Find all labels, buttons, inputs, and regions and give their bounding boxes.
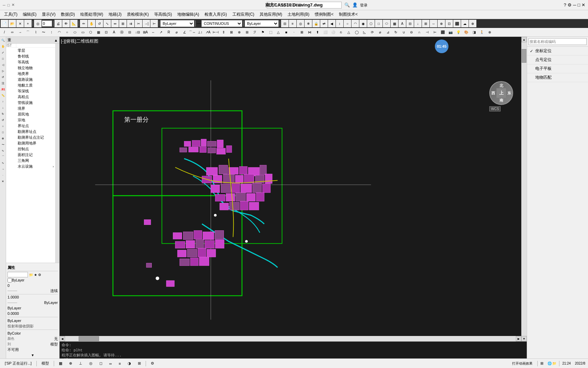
draw-union[interactable]: ∪ [400,29,407,36]
vi-dot[interactable]: · [0,172,6,178]
hscroll-left-btn[interactable]: ◀ [60,336,65,341]
draw-loft[interactable]: ⊿ [384,29,392,36]
draw-walk[interactable]: 🚶 [478,29,486,36]
draw-3dmesh[interactable]: ⋈ [306,29,313,36]
status-otrack[interactable]: ∞ [107,362,114,366]
vi-snap[interactable]: ⊕ [0,136,6,141]
tb-scale[interactable]: ⤡ [103,20,111,27]
draw-solid[interactable]: ■ [282,29,290,36]
tb-move[interactable]: ✋ [88,20,95,27]
menu-edit[interactable]: 编辑(E) [20,11,39,18]
draw-block[interactable]: ⊟ [126,29,133,36]
menu-engineering[interactable]: 工程应用(C) [230,11,257,18]
lineweight-select[interactable]: ByLayer [245,20,279,27]
draw-materials[interactable]: ◨ [470,29,478,36]
draw-subtract[interactable]: ⊖ [408,29,415,36]
draw-cylinder[interactable]: ⎋ [337,29,345,36]
layer-item[interactable]: 勘测界址点 [6,129,55,135]
vi-zoom[interactable]: 🔍 [0,37,6,43]
vi-curve[interactable]: 〜 [0,142,6,147]
taskbar-time[interactable]: 21:24 [562,362,571,365]
rp-item-3[interactable]: ✓ 电子平板 [527,64,588,73]
tb-layer-lock[interactable]: 🔒 [312,20,320,27]
draw-camera[interactable]: 📷 [447,29,454,36]
tb-preview[interactable]: 👁 [62,20,70,27]
vi-pan[interactable]: ✋ [0,44,6,49]
draw-light[interactable]: 💡 [455,29,462,36]
new-btn[interactable]: 📄 [1,20,8,27]
menu-other[interactable]: 其他应用(M) [257,11,285,18]
draw-intersect[interactable]: ∩ [415,29,423,36]
scroll-thumb[interactable] [522,49,526,63]
titlebar-minimize-icon[interactable]: ─ [573,2,576,7]
layer-scroll-up[interactable]: ▲ [54,38,58,42]
draw-sphere[interactable]: ⚪ [329,29,337,36]
draw-ellipse[interactable]: ⬭ [71,29,79,36]
minimize-btn[interactable]: ─ [3,3,5,7]
draw-region[interactable]: ⊡ [102,29,110,36]
draw-revolve[interactable]: ↻ [392,29,399,36]
tb-ellipse[interactable]: ⬭ [383,20,390,27]
rp-item-1[interactable]: ✓ 坐标定位 [527,47,588,56]
vi-curve3[interactable]: ⌒ [0,154,6,159]
draw-sweeep[interactable]: ⌀ [376,29,384,36]
login-btn[interactable]: 登录 [360,3,368,7]
prop-btn3[interactable]: ⚙ [38,273,42,277]
right-search-input[interactable] [528,38,587,45]
close-btn[interactable]: ✕ [12,3,15,7]
restore-btn[interactable]: □ [7,3,10,7]
tb-layer-mgr[interactable]: ⊟ [281,20,289,27]
draw-pline[interactable]: ⌒ [24,29,32,36]
tb-break[interactable]: ⊢ [150,20,158,27]
draw-dim-space[interactable]: ⇕ [220,29,227,36]
props-scroll-down[interactable]: ▼ [31,353,34,357]
layer-item[interactable]: 鲁邻线 [6,53,55,59]
taskbar-ie[interactable]: 🌐 [548,362,552,365]
tb-block[interactable]: ⊟ [406,20,414,27]
draw-spline[interactable]: 〜 [40,29,47,36]
draw-boundary[interactable]: ⬚ [267,29,274,36]
layer-item[interactable]: 勘测用地界 [6,140,55,146]
tb-snap[interactable]: ⊕ [438,20,445,27]
tb-array[interactable]: ⊞ [119,20,127,27]
menu-quality[interactable]: 质检模块(K) [124,11,151,18]
vi-regen[interactable]: ↺ [0,74,6,80]
scroll-down-btn[interactable]: ▼ [521,336,527,341]
draw-3dface[interactable]: △ [275,29,282,36]
draw-field[interactable]: ℱ [251,29,259,36]
layer-item[interactable]: 等深线 [6,88,55,94]
draw-extrude[interactable]: ⬆ [314,29,321,36]
status-ortho[interactable]: ⊥ [77,361,84,366]
vi-rotate-cw[interactable]: ↻ [0,111,6,117]
tb-text[interactable]: A [398,20,406,27]
canvas-area[interactable]: [-][俯视]二维线框图 第一册分 [60,37,527,341]
layer-item[interactable]: 境界 [6,106,55,111]
draw-tolerance[interactable]: ⊠ [228,29,235,36]
draw-leader[interactable]: ↗A [204,29,212,36]
tb-extra1[interactable]: ⊕ [469,20,476,27]
draw-slice[interactable]: ⊣ [423,29,431,36]
layer-item[interactable]: 管线设施 [6,100,55,106]
draw-mesh[interactable]: ⊠ [298,29,306,36]
settings-gear-icon[interactable]: ⚙ [568,2,572,7]
draw-dim-diam[interactable]: ⌀ [173,29,180,36]
tb-layer-props[interactable]: ≡ [289,20,296,27]
draw-section[interactable]: ⊢ [431,29,439,36]
prop-input[interactable] [7,272,28,277]
layer-item[interactable]: 界址点 [6,123,55,129]
layer-item[interactable]: 宗地 [6,117,55,123]
draw-3dpline[interactable]: ⌇ [32,29,39,36]
status-lw[interactable]: ≡ [117,362,123,366]
zoom-input[interactable] [42,20,52,27]
layer-item[interactable]: 控制点 [6,146,55,152]
status-osnap[interactable]: ◻ [97,361,104,366]
draw-wedge[interactable]: ◺ [361,29,368,36]
menu-cadastre[interactable]: 地籍(J) [106,11,124,18]
draw-center-mark[interactable]: ⊕ [235,29,243,36]
menu-cartography[interactable]: 惯例制图< [312,11,336,18]
tb-donut[interactable]: ◉ [359,20,367,27]
add-tab-btn[interactable]: + [24,20,32,27]
tb-wipeout[interactable]: ⬛ [453,20,461,27]
draw-dim-linear[interactable]: ↔ [149,29,157,36]
layer-item[interactable]: 高程点 [6,94,55,100]
